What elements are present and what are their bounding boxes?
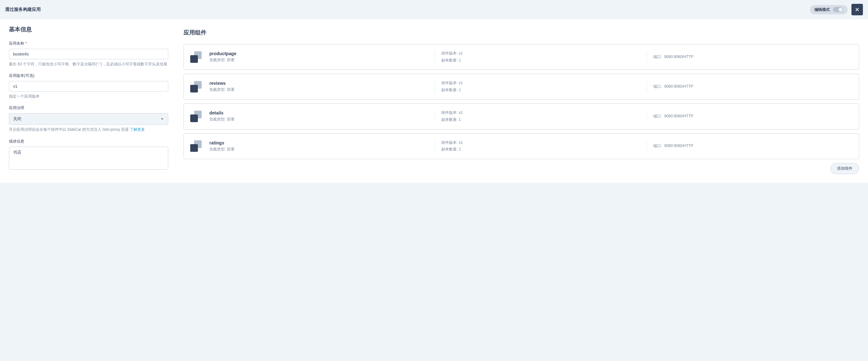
add-component-button[interactable]: 添加组件 [830,163,859,174]
divider [435,81,435,92]
edit-mode-toggle[interactable]: 编辑模式 [810,5,847,15]
component-col-version: 组件版本: v1 副本数量: 1 [441,80,641,93]
component-card[interactable]: reviews 负载类型: 部署 组件版本: v1 副本数量: 1 端口: 90… [184,74,859,100]
edit-mode-label: 编辑模式 [814,7,830,12]
component-name: details [209,110,428,115]
component-name: productpage [209,51,428,56]
component-replicas: 副本数量: 1 [441,146,641,153]
component-replicas: 副本数量: 1 [441,87,641,94]
governance-select[interactable]: 关闭 [9,113,168,125]
divider [647,51,647,63]
component-icon [190,140,202,152]
component-col-version: 组件版本: v1 副本数量: 1 [441,50,641,64]
component-col-version: 组件版本: v1 副本数量: 1 [441,109,641,123]
component-icon [190,111,202,122]
basic-info-panel: 基本信息 应用名称 最长 63 个字符，只能包含小写字母、数字及分隔符("-")… [0,19,177,183]
add-component-row: 添加组件 [184,163,859,174]
governance-group: 应用治理 关闭 开启应用治理后会在每个组件中以 SideCar 的方式注入 Is… [9,105,168,133]
component-replicas: 副本数量: 1 [441,116,641,123]
divider [435,111,435,122]
divider [647,140,647,152]
component-list: productpage 负载类型: 部署 组件版本: v1 副本数量: 1 端口… [184,44,859,159]
component-col-name: details 负载类型: 部署 [209,110,428,122]
description-textarea[interactable] [9,147,168,170]
component-col-name: reviews 负载类型: 部署 [209,81,428,92]
component-version: 组件版本: v1 [441,139,641,146]
component-workload-type: 负载类型: 部署 [209,87,428,92]
component-name: reviews [209,81,428,86]
divider [435,140,435,152]
app-name-input[interactable] [9,49,168,59]
component-col-port: 端口: 9080:9080/HTTP [653,143,852,149]
component-col-port: 端口: 9080:9080/HTTP [653,113,852,120]
divider [647,111,647,122]
governance-selected-value: 关闭 [13,116,21,122]
component-port: 端口: 9080:9080/HTTP [653,143,852,149]
divider [647,81,647,92]
component-icon [190,81,202,92]
component-workload-type: 负载类型: 部署 [209,117,428,122]
chevron-down-icon [160,117,164,121]
component-icon [190,51,202,63]
governance-label: 应用治理 [9,105,168,111]
content: 基本信息 应用名称 最长 63 个字符，只能包含小写字母、数字及分隔符("-")… [0,19,868,183]
components-panel: 应用组件 productpage 负载类型: 部署 组件版本: v1 副本数量:… [184,19,868,183]
app-version-group: 应用版本(可选) 指定一个应用版本 [9,73,168,100]
close-button[interactable] [851,4,863,15]
governance-hint: 开启应用治理后会在每个组件中以 SideCar 的方式注入 Istio-prox… [9,127,168,133]
header: 通过服务构建应用 编辑模式 [0,0,868,19]
component-col-name: productpage 负载类型: 部署 [209,51,428,63]
component-col-port: 端口: 9080:9080/HTTP [653,83,852,90]
divider [435,51,435,63]
governance-learn-more-link[interactable]: 了解更多 [130,127,145,132]
app-name-label: 应用名称 [9,41,168,46]
component-col-name: ratings 负载类型: 部署 [209,140,428,152]
app-version-input[interactable] [9,81,168,91]
toggle-switch-icon [833,7,843,12]
component-card[interactable]: ratings 负载类型: 部署 组件版本: v1 副本数量: 1 端口: 90… [184,133,859,159]
app-version-hint: 指定一个应用版本 [9,93,168,100]
component-card[interactable]: productpage 负载类型: 部署 组件版本: v1 副本数量: 1 端口… [184,44,859,70]
app-version-label: 应用版本(可选) [9,73,168,79]
component-col-version: 组件版本: v1 副本数量: 1 [441,139,641,153]
basic-info-title: 基本信息 [9,26,168,33]
app-name-group: 应用名称 最长 63 个字符，只能包含小写字母、数字及分隔符("-")，且必须以… [9,41,168,67]
description-group: 描述信息 [9,139,168,171]
component-port: 端口: 9080:9080/HTTP [653,113,852,120]
component-replicas: 副本数量: 1 [441,57,641,64]
component-name: ratings [209,140,428,145]
close-icon [854,7,860,12]
components-title: 应用组件 [184,29,859,36]
app-name-hint: 最长 63 个字符，只能包含小写字母、数字及分隔符("-")，且必须以小写字母或… [9,61,168,67]
header-actions: 编辑模式 [810,4,863,15]
page-title: 通过服务构建应用 [5,7,41,12]
component-version: 组件版本: v1 [441,50,641,57]
component-port: 端口: 9080:9080/HTTP [653,83,852,90]
description-label: 描述信息 [9,139,168,144]
component-col-port: 端口: 9080:9080/HTTP [653,54,852,61]
component-version: 组件版本: v1 [441,80,641,87]
component-version: 组件版本: v1 [441,109,641,116]
component-workload-type: 负载类型: 部署 [209,147,428,152]
component-card[interactable]: details 负载类型: 部署 组件版本: v1 副本数量: 1 端口: 90… [184,103,859,129]
component-port: 端口: 9080:9080/HTTP [653,54,852,61]
component-workload-type: 负载类型: 部署 [209,57,428,63]
governance-hint-text: 开启应用治理后会在每个组件中以 SideCar 的方式注入 Istio-prox… [9,127,130,132]
